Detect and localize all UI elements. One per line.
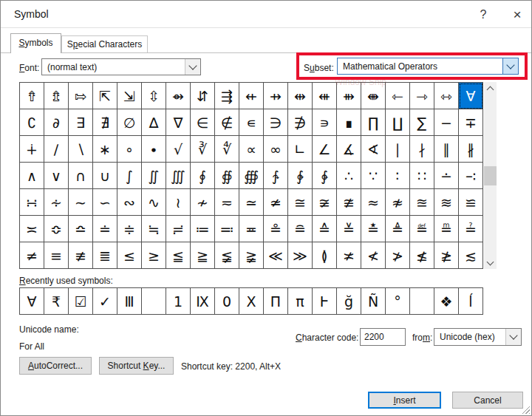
symbol-cell[interactable]: ∁	[20, 109, 44, 136]
symbol-cell[interactable]: ⇮	[20, 83, 44, 109]
symbol-cell[interactable]: ≤	[117, 242, 142, 269]
symbol-cell[interactable]: ≔	[191, 216, 215, 242]
symbol-cell[interactable]: ∖	[69, 136, 93, 163]
symbol-cell[interactable]: ∪	[93, 163, 117, 189]
symbol-cell[interactable]: ∙	[142, 136, 166, 163]
font-dropdown[interactable]: (normal text)	[41, 58, 201, 75]
symbol-cell[interactable]: ≇	[337, 189, 361, 216]
symbol-cell[interactable]: ∘	[117, 136, 142, 163]
symbol-cell[interactable]: ≱	[434, 242, 459, 269]
tab-symbols[interactable]: Symbols	[10, 33, 61, 53]
symbol-cell[interactable]: ∶	[386, 163, 410, 189]
symbol-cell[interactable]: ∷	[410, 163, 434, 189]
symbol-cell[interactable]: ≥	[142, 242, 166, 269]
symbol-cell[interactable]: ⇱	[93, 83, 117, 109]
symbol-cell[interactable]: ≏	[69, 216, 93, 242]
symbol-cell[interactable]: ⇲	[117, 83, 142, 109]
symbol-cell[interactable]: ∦	[459, 136, 483, 163]
symbol-cell[interactable]: ≲	[459, 242, 483, 269]
symbol-cell[interactable]: ∀	[20, 288, 44, 315]
symbol-cell[interactable]: ∕	[44, 136, 69, 163]
symbol-cell[interactable]: ∆	[142, 109, 166, 136]
symbol-cell[interactable]: ∥	[434, 136, 459, 163]
symbol-cell[interactable]: ∄	[93, 109, 117, 136]
symbol-cell[interactable]: Ñ	[361, 288, 386, 315]
symbol-cell[interactable]: °	[386, 288, 410, 315]
symbol-cell[interactable]: ⇰	[69, 83, 93, 109]
symbol-cell[interactable]: ≦	[166, 242, 191, 269]
symbol-cell[interactable]: ∳	[313, 163, 337, 189]
symbol-cell[interactable]: ∵	[361, 163, 386, 189]
symbol-cell[interactable]: 0	[215, 288, 239, 315]
symbol-cell[interactable]: ∎	[337, 109, 361, 136]
symbol-cell[interactable]: ≑	[117, 216, 142, 242]
symbol-cell[interactable]: ⇽	[386, 83, 410, 109]
symbol-cell[interactable]: ∀	[459, 83, 483, 109]
symbol-cell[interactable]: ≈	[361, 189, 386, 216]
symbol-cell[interactable]: ⇷	[239, 83, 264, 109]
subset-dropdown-button[interactable]	[502, 58, 518, 74]
symbol-cell[interactable]: ⇴	[166, 83, 191, 109]
symbol-cell[interactable]: Ⅲ	[117, 288, 142, 315]
symbol-cell[interactable]: ⇾	[410, 83, 434, 109]
symbol-cell[interactable]: ≙	[313, 216, 337, 242]
symbol-cell[interactable]	[410, 288, 434, 315]
symbol-cell[interactable]: ∴	[337, 163, 361, 189]
symbol-cell[interactable]	[142, 288, 166, 315]
from-dropdown[interactable]: Unicode (hex)	[434, 328, 522, 346]
symbol-cell[interactable]: ∓	[459, 109, 483, 136]
symbol-cell[interactable]: ∔	[20, 136, 44, 163]
subset-dropdown[interactable]: Mathematical Operators	[337, 58, 519, 75]
symbol-cell[interactable]: Π	[264, 288, 288, 315]
autocorrect-button[interactable]: AutoCorrect...	[19, 357, 92, 375]
cancel-button[interactable]: Cancel	[452, 392, 523, 409]
symbol-cell[interactable]: ∣	[386, 136, 410, 163]
symbol-cell[interactable]: ₹	[44, 288, 69, 315]
symbol-cell[interactable]: ∤	[410, 136, 434, 163]
symbol-cell[interactable]: ≣	[93, 242, 117, 269]
scroll-down-button[interactable]	[484, 256, 497, 269]
symbol-cell[interactable]: ğ	[337, 288, 361, 315]
symbol-cell[interactable]: ∧	[20, 163, 44, 189]
symbol-cell[interactable]: ĺ	[459, 288, 483, 315]
symbol-cell[interactable]: ∋	[264, 109, 288, 136]
symbol-cell[interactable]: ≒	[142, 216, 166, 242]
symbol-cell[interactable]: ≐	[93, 216, 117, 242]
symbol-cell[interactable]: ≫	[288, 242, 313, 269]
symbol-cell[interactable]: −	[434, 109, 459, 136]
symbol-cell[interactable]: ≛	[361, 216, 386, 242]
symbol-cell[interactable]: ∽	[93, 189, 117, 216]
close-icon[interactable]: ×	[506, 5, 528, 24]
symbol-cell[interactable]: ≎	[44, 216, 69, 242]
symbol-cell[interactable]: ∮	[191, 163, 215, 189]
symbol-cell[interactable]: ∼	[69, 189, 93, 216]
symbol-cell[interactable]: ≯	[386, 242, 410, 269]
symbol-cell[interactable]: Ⅸ	[191, 288, 215, 315]
symbol-cell[interactable]: ∏	[361, 109, 386, 136]
symbol-cell[interactable]: ∐	[386, 109, 410, 136]
symbol-cell[interactable]: ≀	[166, 189, 191, 216]
symbol-cell[interactable]: ☑	[69, 288, 93, 315]
symbol-cell[interactable]: ∫	[117, 163, 142, 189]
scrollbar-thumb[interactable]	[484, 166, 497, 185]
symbol-cell[interactable]: ≞	[434, 216, 459, 242]
symbol-cell[interactable]: ≮	[361, 242, 386, 269]
symbol-cell[interactable]: ∍	[313, 109, 337, 136]
help-icon[interactable]: ?	[472, 5, 494, 24]
symbol-cell[interactable]: ≌	[459, 189, 483, 216]
symbol-cell[interactable]: ⇿	[434, 83, 459, 109]
symbol-cell[interactable]: ≚	[337, 216, 361, 242]
symbol-cell[interactable]: ⇸	[264, 83, 288, 109]
font-dropdown-button[interactable]	[185, 59, 200, 75]
tab-special-characters[interactable]: Special Characters	[61, 35, 148, 52]
symbol-cell[interactable]: ∂	[44, 109, 69, 136]
symbol-cell[interactable]: ≍	[20, 216, 44, 242]
symbol-cell[interactable]: ∑	[410, 109, 434, 136]
symbol-cell[interactable]: ✓	[93, 288, 117, 315]
symbol-cell[interactable]: ∭	[166, 163, 191, 189]
symbol-cell[interactable]: ∩	[69, 163, 93, 189]
symbol-cell[interactable]: ≄	[264, 189, 288, 216]
symbol-cell[interactable]: ∲	[288, 163, 313, 189]
symbol-cell[interactable]: ∇	[166, 109, 191, 136]
symbol-cell[interactable]: ∈	[191, 109, 215, 136]
